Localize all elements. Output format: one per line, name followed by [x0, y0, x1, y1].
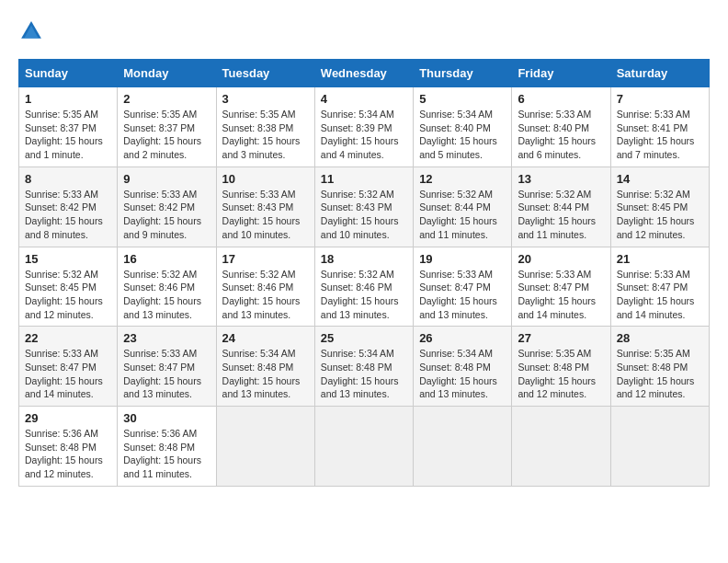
calendar-cell: 3 Sunrise: 5:35 AM Sunset: 8:38 PM Dayli…	[216, 87, 314, 167]
calendar-cell: 6 Sunrise: 5:33 AM Sunset: 8:40 PM Dayli…	[512, 87, 610, 167]
calendar-cell: 29 Sunrise: 5:36 AM Sunset: 8:48 PM Dayl…	[19, 407, 118, 487]
calendar-cell: 14 Sunrise: 5:32 AM Sunset: 8:45 PM Dayl…	[610, 167, 709, 247]
day-header-wednesday: Wednesday	[314, 60, 413, 87]
day-content: Sunrise: 5:34 AM Sunset: 8:48 PM Dayligh…	[419, 347, 506, 401]
day-content: Sunrise: 5:34 AM Sunset: 8:48 PM Dayligh…	[321, 347, 407, 401]
page-header	[18, 18, 710, 44]
day-content: Sunrise: 5:34 AM Sunset: 8:48 PM Dayligh…	[222, 347, 309, 401]
calendar-cell	[414, 407, 512, 487]
day-content: Sunrise: 5:32 AM Sunset: 8:45 PM Dayligh…	[25, 268, 111, 322]
calendar-cell: 18 Sunrise: 5:32 AM Sunset: 8:46 PM Dayl…	[314, 247, 413, 327]
logo	[18, 18, 48, 44]
day-content: Sunrise: 5:35 AM Sunset: 8:48 PM Dayligh…	[617, 347, 703, 401]
day-number: 21	[617, 252, 703, 266]
day-content: Sunrise: 5:33 AM Sunset: 8:47 PM Dayligh…	[617, 268, 703, 322]
day-content: Sunrise: 5:34 AM Sunset: 8:39 PM Dayligh…	[321, 108, 407, 162]
calendar-cell: 15 Sunrise: 5:32 AM Sunset: 8:45 PM Dayl…	[19, 247, 118, 327]
calendar-week-row: 8 Sunrise: 5:33 AM Sunset: 8:42 PM Dayli…	[19, 167, 710, 247]
day-content: Sunrise: 5:35 AM Sunset: 8:37 PM Dayligh…	[123, 108, 210, 162]
day-content: Sunrise: 5:36 AM Sunset: 8:48 PM Dayligh…	[25, 427, 111, 481]
day-number: 19	[419, 252, 506, 266]
calendar-cell: 22 Sunrise: 5:33 AM Sunset: 8:47 PM Dayl…	[19, 327, 118, 407]
day-content: Sunrise: 5:34 AM Sunset: 8:40 PM Dayligh…	[419, 108, 506, 162]
calendar-cell: 2 Sunrise: 5:35 AM Sunset: 8:37 PM Dayli…	[118, 87, 216, 167]
day-content: Sunrise: 5:35 AM Sunset: 8:37 PM Dayligh…	[25, 108, 111, 162]
day-number: 18	[321, 252, 407, 266]
calendar-cell: 12 Sunrise: 5:32 AM Sunset: 8:44 PM Dayl…	[414, 167, 512, 247]
day-content: Sunrise: 5:32 AM Sunset: 8:46 PM Dayligh…	[321, 268, 407, 322]
day-number: 23	[123, 331, 210, 345]
day-content: Sunrise: 5:35 AM Sunset: 8:48 PM Dayligh…	[518, 347, 604, 401]
calendar-cell: 5 Sunrise: 5:34 AM Sunset: 8:40 PM Dayli…	[414, 87, 512, 167]
day-number: 14	[617, 172, 703, 186]
day-content: Sunrise: 5:33 AM Sunset: 8:47 PM Dayligh…	[518, 268, 604, 322]
day-number: 13	[518, 172, 604, 186]
calendar-cell: 26 Sunrise: 5:34 AM Sunset: 8:48 PM Dayl…	[414, 327, 512, 407]
day-content: Sunrise: 5:32 AM Sunset: 8:43 PM Dayligh…	[321, 188, 407, 242]
calendar-cell: 17 Sunrise: 5:32 AM Sunset: 8:46 PM Dayl…	[216, 247, 314, 327]
calendar-week-row: 15 Sunrise: 5:32 AM Sunset: 8:45 PM Dayl…	[19, 247, 710, 327]
day-content: Sunrise: 5:32 AM Sunset: 8:46 PM Dayligh…	[123, 268, 210, 322]
calendar-header-row: SundayMondayTuesdayWednesdayThursdayFrid…	[19, 60, 710, 87]
day-number: 25	[321, 331, 407, 345]
calendar-cell: 11 Sunrise: 5:32 AM Sunset: 8:43 PM Dayl…	[314, 167, 413, 247]
day-number: 1	[25, 92, 111, 106]
day-number: 26	[419, 331, 506, 345]
day-content: Sunrise: 5:36 AM Sunset: 8:48 PM Dayligh…	[123, 427, 210, 481]
calendar-cell	[314, 407, 413, 487]
calendar-cell: 21 Sunrise: 5:33 AM Sunset: 8:47 PM Dayl…	[610, 247, 709, 327]
day-content: Sunrise: 5:33 AM Sunset: 8:41 PM Dayligh…	[617, 108, 703, 162]
day-content: Sunrise: 5:32 AM Sunset: 8:44 PM Dayligh…	[419, 188, 506, 242]
day-number: 28	[617, 331, 703, 345]
calendar-cell: 20 Sunrise: 5:33 AM Sunset: 8:47 PM Dayl…	[512, 247, 610, 327]
calendar-cell	[512, 407, 610, 487]
day-header-monday: Monday	[118, 60, 216, 87]
day-header-thursday: Thursday	[414, 60, 512, 87]
calendar-cell: 27 Sunrise: 5:35 AM Sunset: 8:48 PM Dayl…	[512, 327, 610, 407]
day-number: 6	[518, 92, 604, 106]
day-header-friday: Friday	[512, 60, 610, 87]
calendar-cell: 4 Sunrise: 5:34 AM Sunset: 8:39 PM Dayli…	[314, 87, 413, 167]
calendar-cell: 25 Sunrise: 5:34 AM Sunset: 8:48 PM Dayl…	[314, 327, 413, 407]
day-header-tuesday: Tuesday	[216, 60, 314, 87]
day-number: 7	[617, 92, 703, 106]
day-number: 22	[25, 331, 111, 345]
calendar-cell: 9 Sunrise: 5:33 AM Sunset: 8:42 PM Dayli…	[118, 167, 216, 247]
day-content: Sunrise: 5:33 AM Sunset: 8:42 PM Dayligh…	[123, 188, 210, 242]
calendar-week-row: 22 Sunrise: 5:33 AM Sunset: 8:47 PM Dayl…	[19, 327, 710, 407]
calendar-cell: 23 Sunrise: 5:33 AM Sunset: 8:47 PM Dayl…	[118, 327, 216, 407]
day-content: Sunrise: 5:32 AM Sunset: 8:44 PM Dayligh…	[518, 188, 604, 242]
calendar-cell: 16 Sunrise: 5:32 AM Sunset: 8:46 PM Dayl…	[118, 247, 216, 327]
calendar-cell: 30 Sunrise: 5:36 AM Sunset: 8:48 PM Dayl…	[118, 407, 216, 487]
calendar-cell: 1 Sunrise: 5:35 AM Sunset: 8:37 PM Dayli…	[19, 87, 118, 167]
calendar-cell	[610, 407, 709, 487]
calendar-cell	[216, 407, 314, 487]
day-content: Sunrise: 5:35 AM Sunset: 8:38 PM Dayligh…	[222, 108, 309, 162]
day-content: Sunrise: 5:33 AM Sunset: 8:43 PM Dayligh…	[222, 188, 309, 242]
day-number: 30	[123, 411, 210, 425]
day-content: Sunrise: 5:33 AM Sunset: 8:47 PM Dayligh…	[25, 347, 111, 401]
day-content: Sunrise: 5:33 AM Sunset: 8:40 PM Dayligh…	[518, 108, 604, 162]
calendar-cell: 13 Sunrise: 5:32 AM Sunset: 8:44 PM Dayl…	[512, 167, 610, 247]
day-number: 29	[25, 411, 111, 425]
day-number: 16	[123, 252, 210, 266]
day-number: 24	[222, 331, 309, 345]
calendar-cell: 7 Sunrise: 5:33 AM Sunset: 8:41 PM Dayli…	[610, 87, 709, 167]
calendar-week-row: 29 Sunrise: 5:36 AM Sunset: 8:48 PM Dayl…	[19, 407, 710, 487]
day-number: 10	[222, 172, 309, 186]
day-number: 20	[518, 252, 604, 266]
calendar-cell: 8 Sunrise: 5:33 AM Sunset: 8:42 PM Dayli…	[19, 167, 118, 247]
day-number: 8	[25, 172, 111, 186]
day-content: Sunrise: 5:33 AM Sunset: 8:47 PM Dayligh…	[123, 347, 210, 401]
day-number: 5	[419, 92, 506, 106]
day-number: 11	[321, 172, 407, 186]
calendar-week-row: 1 Sunrise: 5:35 AM Sunset: 8:37 PM Dayli…	[19, 87, 710, 167]
day-number: 9	[123, 172, 210, 186]
logo-icon	[18, 18, 44, 44]
day-number: 2	[123, 92, 210, 106]
day-header-saturday: Saturday	[610, 60, 709, 87]
day-content: Sunrise: 5:32 AM Sunset: 8:46 PM Dayligh…	[222, 268, 309, 322]
calendar-cell: 28 Sunrise: 5:35 AM Sunset: 8:48 PM Dayl…	[610, 327, 709, 407]
calendar-table: SundayMondayTuesdayWednesdayThursdayFrid…	[18, 59, 710, 487]
day-content: Sunrise: 5:33 AM Sunset: 8:47 PM Dayligh…	[419, 268, 506, 322]
